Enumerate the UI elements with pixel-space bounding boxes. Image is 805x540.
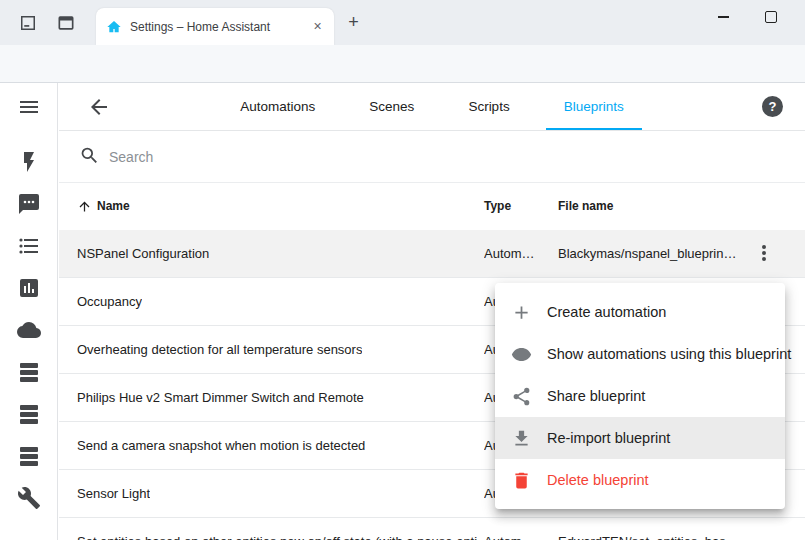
row-file: EdwardTEN/set_entities_has… bbox=[558, 518, 766, 540]
download-icon bbox=[511, 428, 532, 449]
tab-automations[interactable]: Automations bbox=[236, 83, 319, 130]
tab-scenes[interactable]: Scenes bbox=[365, 83, 418, 130]
home-assistant-favicon bbox=[106, 19, 122, 35]
column-header-file[interactable]: File name bbox=[558, 182, 613, 230]
help-icon[interactable]: ? bbox=[762, 96, 783, 117]
tab-title: Settings – Home Assistant bbox=[130, 20, 309, 34]
row-name: Occupancy bbox=[77, 278, 142, 325]
menu-item-share-blueprint[interactable]: Share blueprint bbox=[495, 375, 785, 417]
browser-tab[interactable]: Settings – Home Assistant × bbox=[96, 8, 334, 45]
server-icon[interactable] bbox=[17, 444, 41, 468]
column-header-type[interactable]: Type bbox=[484, 182, 511, 230]
ha-header: Automations Scenes Scripts Blueprints ? bbox=[59, 83, 805, 131]
workspaces-icon[interactable] bbox=[18, 13, 38, 33]
row-type: Autom… bbox=[484, 230, 548, 277]
column-header-name[interactable]: Name bbox=[97, 182, 130, 230]
search-row bbox=[59, 130, 805, 183]
row-type: Autom… bbox=[484, 518, 548, 540]
cloud-icon[interactable] bbox=[17, 318, 41, 342]
minimize-button[interactable] bbox=[702, 0, 744, 34]
menu-item-label: Delete blueprint bbox=[547, 472, 649, 488]
menu-item-label: Share blueprint bbox=[547, 388, 645, 404]
flash-icon[interactable] bbox=[17, 150, 41, 174]
menu-item-label: Re-import blueprint bbox=[547, 430, 670, 446]
ha-sidebar bbox=[0, 83, 58, 540]
chat-icon[interactable] bbox=[17, 192, 41, 216]
ha-tab-bar: Automations Scenes Scripts Blueprints bbox=[59, 83, 805, 130]
table-header: Name Type File name bbox=[59, 182, 805, 231]
menu-icon[interactable] bbox=[17, 95, 41, 119]
menu-item-label: Show automations using this blueprint bbox=[547, 346, 791, 362]
wrench-icon[interactable] bbox=[17, 486, 41, 510]
row-name: Send a camera snapshot when motion is de… bbox=[77, 422, 365, 469]
blueprint-context-menu: Create automation Show automations using… bbox=[495, 283, 785, 509]
tab-blueprints[interactable]: Blueprints bbox=[560, 83, 628, 130]
table-row[interactable]: Set entities based on other entities new… bbox=[59, 518, 805, 540]
search-icon bbox=[79, 145, 100, 166]
browser-window: Settings – Home Assistant × + Not secure… bbox=[0, 0, 805, 540]
sort-arrow-up-icon[interactable] bbox=[77, 199, 92, 214]
search-input[interactable] bbox=[107, 143, 431, 171]
row-file: Blackymas/nspanel_blueprin… bbox=[558, 230, 766, 277]
menu-item-delete-blueprint[interactable]: Delete blueprint bbox=[495, 459, 785, 501]
browser-toolbar: Not secure homeassistant.local:8123/... … bbox=[0, 45, 805, 83]
chart-icon[interactable] bbox=[17, 276, 41, 300]
row-name: Sensor Light bbox=[77, 470, 150, 517]
eye-icon bbox=[511, 344, 532, 365]
menu-item-reimport-blueprint[interactable]: Re-import blueprint bbox=[495, 417, 785, 459]
share-icon bbox=[511, 386, 532, 407]
tab-preview-icon[interactable] bbox=[56, 13, 76, 33]
row-name: NSPanel Configuration bbox=[77, 230, 209, 277]
menu-item-create-automation[interactable]: Create automation bbox=[495, 291, 785, 333]
server-icon[interactable] bbox=[17, 360, 41, 384]
trash-icon bbox=[511, 470, 532, 491]
browser-tab-strip: Settings – Home Assistant × + bbox=[0, 0, 805, 45]
row-name: Set entities based on other entities new… bbox=[77, 518, 477, 540]
tab-close-icon[interactable]: × bbox=[309, 18, 326, 35]
tab-scripts[interactable]: Scripts bbox=[464, 83, 513, 130]
new-tab-button[interactable]: + bbox=[344, 13, 363, 32]
table-row[interactable]: NSPanel Configuration Autom… Blackymas/n… bbox=[59, 230, 805, 278]
row-name: Overheating detection for all temperatur… bbox=[77, 326, 362, 373]
row-overflow-menu-icon[interactable] bbox=[752, 241, 776, 265]
maximize-button[interactable] bbox=[750, 0, 792, 34]
menu-item-label: Create automation bbox=[547, 304, 666, 320]
menu-item-show-automations[interactable]: Show automations using this blueprint bbox=[495, 333, 785, 375]
plus-icon bbox=[511, 302, 532, 323]
server-icon[interactable] bbox=[17, 402, 41, 426]
row-name: Philips Hue v2 Smart Dimmer Switch and R… bbox=[77, 374, 364, 421]
list-icon[interactable] bbox=[17, 234, 41, 258]
